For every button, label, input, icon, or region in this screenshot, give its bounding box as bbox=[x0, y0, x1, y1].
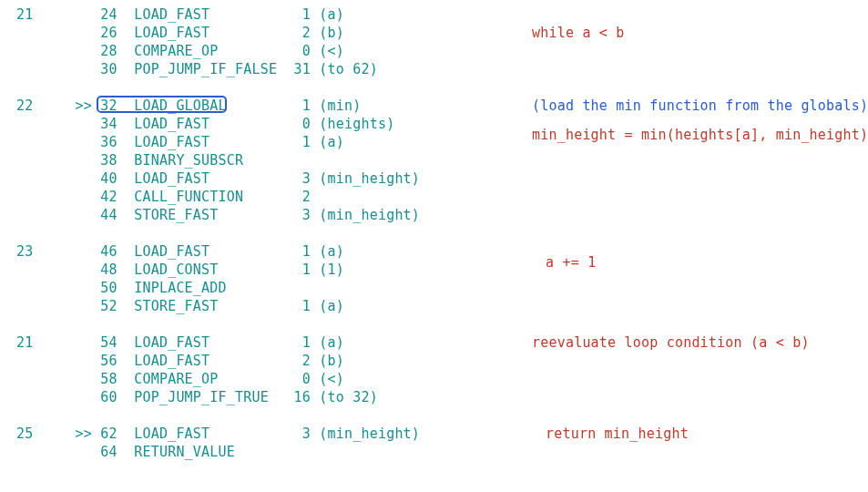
bytecode-row: 44 STORE_FAST 3 (min_height) bbox=[16, 206, 499, 224]
bytecode-row: 28 COMPARE_OP 0 (<) bbox=[16, 42, 499, 60]
annotation: min_height = min(heights[a], min_height) bbox=[532, 126, 868, 144]
annotation: return min_height bbox=[546, 425, 689, 443]
bytecode-row: 26 LOAD_FAST 2 (b) bbox=[16, 24, 499, 42]
bytecode-row: 42 CALL_FUNCTION 2 bbox=[16, 188, 499, 206]
bytecode-row bbox=[16, 315, 499, 333]
bytecode-row bbox=[16, 78, 499, 97]
annotation: while a < b bbox=[532, 24, 625, 42]
bytecode-row: 56 LOAD_FAST 2 (b) bbox=[16, 352, 499, 370]
bytecode-row: 58 COMPARE_OP 0 (<) bbox=[16, 370, 499, 388]
bytecode-row: 34 LOAD_FAST 0 (heights) bbox=[16, 115, 499, 133]
bytecode-row: 36 LOAD_FAST 1 (a) bbox=[16, 133, 499, 151]
bytecode-row: 25 >> 62 LOAD_FAST 3 (min_height) bbox=[16, 425, 499, 443]
bytecode-row: 52 STORE_FAST 1 (a) bbox=[16, 297, 499, 315]
bytecode-row: 48 LOAD_CONST 1 (1) bbox=[16, 261, 499, 279]
bytecode-listing: 21 24 LOAD_FAST 1 (a) 26 LOAD_FAST 2 (b)… bbox=[16, 5, 499, 461]
bytecode-row: 21 54 LOAD_FAST 1 (a) bbox=[16, 333, 499, 352]
annotation: (load the min function from the globals) bbox=[532, 97, 868, 115]
bytecode-row: 60 POP_JUMP_IF_TRUE 16 (to 32) bbox=[16, 388, 499, 406]
highlight-box bbox=[97, 96, 227, 113]
annotation: reevaluate loop condition (a < b) bbox=[532, 333, 810, 352]
bytecode-row: 30 POP_JUMP_IF_FALSE 31 (to 62) bbox=[16, 60, 499, 78]
bytecode-row: 64 RETURN_VALUE bbox=[16, 443, 499, 461]
bytecode-row: 40 LOAD_FAST 3 (min_height) bbox=[16, 169, 499, 188]
bytecode-row: 22 >> 32 LOAD_GLOBAL 1 (min) bbox=[16, 97, 499, 115]
bytecode-row bbox=[16, 224, 499, 242]
annotation: a += 1 bbox=[546, 253, 596, 272]
bytecode-row: 23 46 LOAD_FAST 1 (a) bbox=[16, 242, 499, 261]
bytecode-row: 38 BINARY_SUBSCR bbox=[16, 151, 499, 169]
bytecode-row bbox=[16, 406, 499, 425]
bytecode-row: 21 24 LOAD_FAST 1 (a) bbox=[16, 5, 499, 24]
bytecode-row: 50 INPLACE_ADD bbox=[16, 279, 499, 297]
